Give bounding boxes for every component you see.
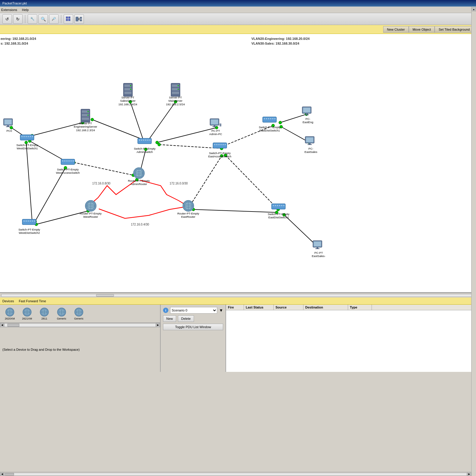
svg-rect-172 bbox=[314, 242, 321, 246]
move-object-button[interactable]: Move Object bbox=[409, 26, 435, 33]
device-EngineeringServer[interactable]: Server-PTEngineeringServer192.168.2.3/24 bbox=[74, 110, 97, 132]
svg-rect-74 bbox=[7, 125, 9, 126]
svg-rect-152 bbox=[268, 118, 269, 119]
hscroll-track[interactable] bbox=[4, 323, 156, 327]
device-EastAccessSwitch[interactable]: Switch-PT-EmptyEastAccessSwitch bbox=[208, 140, 231, 158]
device-WestDistSwitch1[interactable]: Switch-PT-EmptyWestDistSwitch1 bbox=[16, 131, 38, 150]
scenario-select[interactable]: Scenario 0 bbox=[170, 307, 217, 314]
new-scenario-button[interactable]: New bbox=[163, 315, 176, 322]
device-list-hscroll[interactable]: ◀ ▶ bbox=[0, 323, 160, 327]
svg-rect-118 bbox=[71, 160, 72, 162]
net-label-eng: eering: 192.168.21.0/24 bbox=[1, 37, 36, 40]
device-EastDistSwitch1[interactable]: Switch-PT-EmptyEastDistSwitch1 bbox=[259, 114, 281, 132]
device-PCEng-label: PC-EastEng bbox=[303, 117, 313, 124]
device-PCSalesBot[interactable]: PC-PTEastSales- bbox=[311, 239, 326, 258]
svg-rect-138 bbox=[28, 220, 29, 222]
event-col-destination: Destination bbox=[303, 305, 348, 310]
redo-button[interactable]: ↻ bbox=[13, 14, 23, 24]
svg-rect-107 bbox=[139, 140, 140, 141]
svg-rect-105 bbox=[220, 123, 221, 126]
device-AdminPC[interactable]: PC-PTAdmin-PC bbox=[208, 117, 223, 136]
svg-rect-157 bbox=[273, 205, 274, 206]
device-Mainserver[interactable]: Server-PTMainserver192.168.2.5/24 bbox=[166, 84, 185, 106]
device-EastAccessSwitch-label: Switch-PT-EmptyEastAccessSwitch bbox=[208, 151, 231, 158]
device-AdminSwitch-label: Switch-PT-EmptyAdminSwitch bbox=[134, 147, 156, 154]
svg-rect-76 bbox=[20, 135, 34, 140]
svg-line-22 bbox=[190, 156, 222, 205]
search2-button[interactable]: 🔎 bbox=[49, 14, 59, 24]
search1-button[interactable]: 🔍 bbox=[38, 14, 48, 24]
device-SalesServer[interactable]: Server-PTSalesServer192.168.2.4/24 bbox=[118, 84, 137, 106]
horizontal-scrollbar[interactable] bbox=[0, 293, 476, 298]
svg-rect-151 bbox=[266, 118, 267, 119]
bottom-toolbar-devices[interactable]: Devices bbox=[2, 299, 14, 303]
device-PC0[interactable]: PC0 bbox=[2, 117, 17, 132]
device-thumb-2621xm[interactable]: 2621XM bbox=[20, 306, 35, 321]
scenario-panel: i Scenario 0 ▼ New Delete Toggle PDU Lis… bbox=[161, 305, 226, 372]
cluster-bar: New Cluster Move Object Set Tiled Backgr… bbox=[0, 25, 476, 34]
scroll-track[interactable] bbox=[1, 294, 475, 297]
svg-rect-168 bbox=[306, 137, 313, 142]
device-WestRouter[interactable]: Router-PT-EmptyWestRouter bbox=[80, 200, 101, 219]
device-EastDistSwitch2[interactable]: Switch-PT-EmptyEastDistSwitch2 bbox=[268, 201, 289, 219]
device-WestDistSwitch2[interactable]: Switch-PT-EmptyWestDistSwitch2 bbox=[18, 216, 40, 235]
device-AdminRouter[interactable]: Router-PT-EmptyAdminRouter bbox=[128, 167, 150, 186]
svg-rect-143 bbox=[214, 144, 215, 145]
svg-rect-159 bbox=[277, 205, 278, 206]
grid-button[interactable] bbox=[64, 14, 73, 24]
device-thumb-2811[interactable]: 2811 bbox=[37, 306, 52, 321]
svg-rect-140 bbox=[32, 220, 33, 222]
device-EastRouter[interactable]: Router-PT-EmptyEastRouter bbox=[177, 200, 199, 219]
svg-rect-98 bbox=[172, 92, 179, 94]
svg-point-87 bbox=[87, 111, 89, 112]
scroll-thumb[interactable] bbox=[96, 294, 114, 297]
device-thumb-2811-label: 2811 bbox=[41, 317, 47, 320]
svg-point-68 bbox=[158, 143, 161, 146]
delete-scenario-button[interactable]: Delete bbox=[178, 315, 194, 322]
bottom-panel: Devices Fast Forward Time bbox=[0, 298, 476, 372]
device-PCSales-label: PC-EastSales bbox=[305, 147, 317, 154]
toggle-pdu-button[interactable]: Toggle PDU List Window bbox=[163, 324, 223, 330]
svg-rect-117 bbox=[68, 160, 70, 162]
event-vscroll[interactable]: ▲ ▼ bbox=[471, 305, 476, 372]
toolbar-separator2 bbox=[61, 15, 61, 23]
info-icon: i bbox=[163, 308, 168, 313]
svg-rect-103 bbox=[214, 125, 215, 126]
title-bar: PacketTracer.pkt bbox=[0, 0, 476, 7]
device-AdminRouter-label: Router-PT-EmptyAdminRouter bbox=[128, 179, 150, 186]
menu-help[interactable]: Help bbox=[22, 8, 29, 12]
svg-rect-162 bbox=[283, 205, 284, 206]
device-thumb-2620xm[interactable]: 2620XM bbox=[2, 306, 17, 321]
device-WestRouter-label: Router-PT-EmptyWestRouter bbox=[80, 212, 101, 219]
svg-rect-141 bbox=[34, 220, 35, 222]
set-tiled-bg-button[interactable]: Set Tiled Background bbox=[435, 26, 474, 33]
event-col-laststatus: Last Status bbox=[244, 305, 274, 310]
device-AdminSwitch[interactable]: Switch-PT-EmptyAdminSwitch bbox=[134, 135, 156, 154]
svg-rect-146 bbox=[220, 144, 222, 145]
hscroll-thumb[interactable] bbox=[7, 324, 19, 327]
svg-point-94 bbox=[130, 89, 131, 90]
device-thumb-generic2[interactable]: Generic bbox=[71, 306, 86, 321]
scenario-dropdown-arrow[interactable]: ▼ bbox=[219, 308, 223, 313]
hscroll-left-arrow[interactable]: ◀ bbox=[0, 323, 4, 327]
device-status-bar: (Select a Device to Drag and Drop to the… bbox=[0, 327, 160, 372]
svg-rect-170 bbox=[308, 144, 312, 145]
svg-rect-164 bbox=[303, 108, 310, 112]
bottom-toolbar-fastforward[interactable]: Fast Forward Time bbox=[19, 299, 46, 303]
hscroll-right-arrow[interactable]: ▶ bbox=[156, 323, 160, 327]
device-WestAccessSwitch[interactable]: Switch-PT-EmptyWestAccessSwitch bbox=[56, 156, 80, 175]
new-cluster-button[interactable]: New Cluster bbox=[383, 26, 409, 33]
device-PCEng[interactable]: PC-EastEng bbox=[300, 105, 315, 124]
network-button[interactable] bbox=[74, 14, 84, 24]
device-thumb-generic1[interactable]: Generic bbox=[54, 306, 69, 321]
undo-button[interactable]: ↺ bbox=[2, 14, 12, 24]
toggle-pdu-row: Toggle PDU List Window bbox=[163, 324, 223, 330]
svg-rect-149 bbox=[263, 117, 276, 122]
device-PCSales[interactable]: PC-EastSales bbox=[303, 135, 318, 154]
svg-rect-165 bbox=[306, 113, 308, 115]
svg-rect-139 bbox=[30, 220, 31, 222]
svg-rect-156 bbox=[272, 204, 285, 209]
menu-extensions[interactable]: Extensions bbox=[1, 8, 17, 12]
svg-rect-1 bbox=[68, 17, 70, 18]
forward-tool-button[interactable]: 🔧 bbox=[28, 14, 37, 24]
